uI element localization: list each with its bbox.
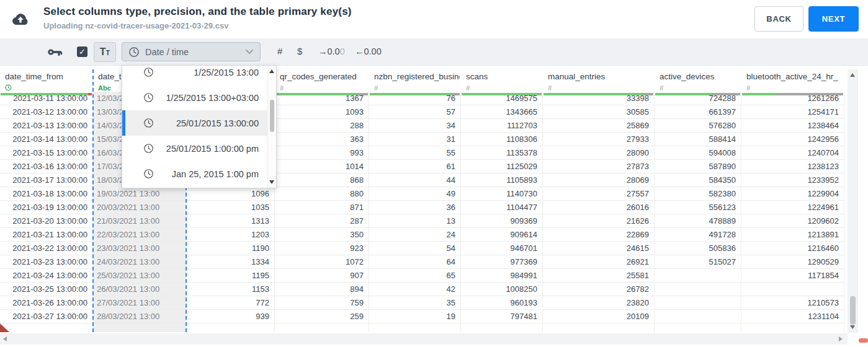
cell: 27933 — [543, 133, 655, 146]
cell: 939 — [186, 310, 275, 323]
scroll-left-arrow[interactable] — [3, 336, 7, 341]
cell: 25581 — [543, 269, 655, 283]
cell: 30585 — [543, 105, 655, 119]
type-toolbar: ✓ Tt Date / time # $ →0.00 ←0.00 — [0, 38, 868, 66]
cell — [93, 323, 186, 332]
dropdown-item[interactable]: 1/25/2015 13:00 — [122, 65, 268, 85]
cell: 27873 — [543, 160, 655, 174]
cell — [0, 323, 93, 332]
selected-item-indicator — [122, 110, 125, 136]
number-type-icon: # — [374, 84, 378, 92]
cell: 24/03/2021 13:00 — [93, 255, 186, 269]
cell: 31 — [369, 133, 461, 146]
boolean-type-checkbox[interactable]: ✓ — [77, 46, 87, 57]
clock-icon — [143, 92, 154, 103]
cell — [655, 283, 741, 296]
column-type-select[interactable]: Date / time — [122, 42, 261, 61]
cell: 23820 — [543, 296, 655, 310]
cell: 1072 — [275, 255, 369, 269]
dropdown-scrollbar-thumb[interactable] — [270, 100, 274, 132]
cell: 42 — [369, 283, 461, 296]
column-title: date_t — [98, 72, 122, 81]
horizontal-scrollbar[interactable] — [0, 333, 848, 345]
clock-icon — [143, 118, 154, 128]
scroll-up-arrow[interactable] — [850, 73, 855, 77]
cell: 2021-03-11 13:00:00 — [0, 92, 93, 105]
dropdown-scroll-up-arrow[interactable] — [269, 69, 274, 73]
number-type-button[interactable]: # — [277, 46, 282, 56]
cell — [543, 323, 655, 332]
dropdown-scroll-down-arrow[interactable] — [269, 180, 274, 184]
increase-decimal-button[interactable]: →0.00 — [318, 46, 345, 56]
cell: 1224961 — [741, 201, 844, 214]
cell: 22/03/2021 13:00 — [93, 228, 186, 242]
cell: 1213891 — [741, 228, 844, 242]
cell: 2021-03-25 13:00:00 — [0, 283, 93, 296]
cell: 20/03/2021 13:00 — [93, 201, 186, 214]
chevron-down-icon — [245, 49, 254, 55]
cell: 1035 — [186, 201, 275, 214]
clock-icon — [128, 46, 140, 58]
cell: 27/03/2021 13:00 — [93, 296, 186, 310]
cell: 1171854 — [741, 269, 844, 283]
scroll-down-arrow[interactable] — [850, 325, 855, 329]
cell: 772 — [186, 296, 275, 310]
dropdown-item-list: 1/25/2015 13:001/25/2015 13:00+03:0025/0… — [122, 65, 268, 187]
primary-key-icon[interactable] — [48, 48, 63, 59]
dropdown-item[interactable]: 25/01/2015 1:00:00 pm — [122, 136, 268, 161]
cell: 1240704 — [741, 146, 844, 160]
table-row: 2021-03-27 13:00:0028/03/2021 13:0093925… — [0, 310, 844, 323]
scroll-right-arrow[interactable] — [839, 336, 843, 341]
cell: 21/03/2021 13:00 — [93, 214, 186, 228]
cell: 34 — [369, 119, 461, 133]
cell — [275, 323, 369, 332]
dropdown-scrollbar[interactable] — [267, 66, 276, 188]
cell: 2021-03-17 13:00:00 — [0, 174, 93, 187]
dropdown-item[interactable]: Jan 25, 2015 1:00 pm — [122, 161, 268, 187]
cell: 61 — [369, 160, 461, 174]
cell: 909369 — [461, 214, 543, 228]
header-bar: Select columns type, precision, and the … — [0, 0, 868, 38]
cell: 1367 — [275, 92, 369, 105]
number-type-icon: # — [466, 84, 470, 92]
cell: 868 — [275, 174, 369, 187]
cell: 582380 — [655, 187, 741, 201]
vertical-scrollbar[interactable] — [848, 69, 858, 333]
cell: 1135378 — [461, 146, 543, 160]
cell: 2021-03-16 13:00:00 — [0, 160, 93, 174]
next-button[interactable]: NEXT — [808, 6, 859, 32]
upload-status: Uploading nz-covid-tracer-usage-2021-03-… — [43, 21, 228, 30]
cell — [741, 283, 844, 296]
currency-type-button[interactable]: $ — [297, 46, 302, 56]
cell: 1238464 — [741, 119, 844, 133]
vertical-scrollbar-thumb[interactable] — [850, 296, 856, 325]
cell: 1231104 — [741, 310, 844, 323]
cell: 65 — [369, 269, 461, 283]
cell: 1190 — [186, 242, 275, 255]
cell: 1014 — [275, 160, 369, 174]
cell — [461, 323, 543, 332]
number-type-icon: # — [548, 84, 552, 92]
horizontal-scrollbar-thumb[interactable] — [859, 338, 868, 343]
cell: 26782 — [543, 283, 655, 296]
cell: 363 — [275, 133, 369, 146]
text-type-button[interactable]: Tt — [94, 42, 116, 62]
cell: 55 — [369, 146, 461, 160]
cell: 556123 — [655, 201, 741, 214]
cell: 515027 — [655, 255, 741, 269]
column-title: bluetooth_active_24_hr_ — [746, 72, 838, 81]
cell: 984991 — [461, 269, 543, 283]
cell: 1140730 — [461, 187, 543, 201]
table-row: 2021-03-22 13:00:0023/03/2021 13:0011909… — [0, 242, 844, 255]
cell: 2021-03-24 13:00:00 — [0, 269, 93, 283]
dropdown-item-label: Jan 25, 2015 1:00 pm — [154, 169, 259, 179]
dropdown-item[interactable]: 1/25/2015 13:00+03:00 — [122, 85, 268, 110]
back-button[interactable]: BACK — [754, 6, 803, 32]
cell: 946701 — [461, 242, 543, 255]
decrease-decimal-button[interactable]: ←0.00 — [355, 46, 382, 56]
cell: 35 — [369, 296, 461, 310]
dropdown-item[interactable]: 25/01/2015 13:00:00 — [122, 110, 268, 136]
cell: 24615 — [543, 242, 655, 255]
type-select-value: Date / time — [145, 47, 189, 57]
cell: 1290529 — [741, 255, 844, 269]
